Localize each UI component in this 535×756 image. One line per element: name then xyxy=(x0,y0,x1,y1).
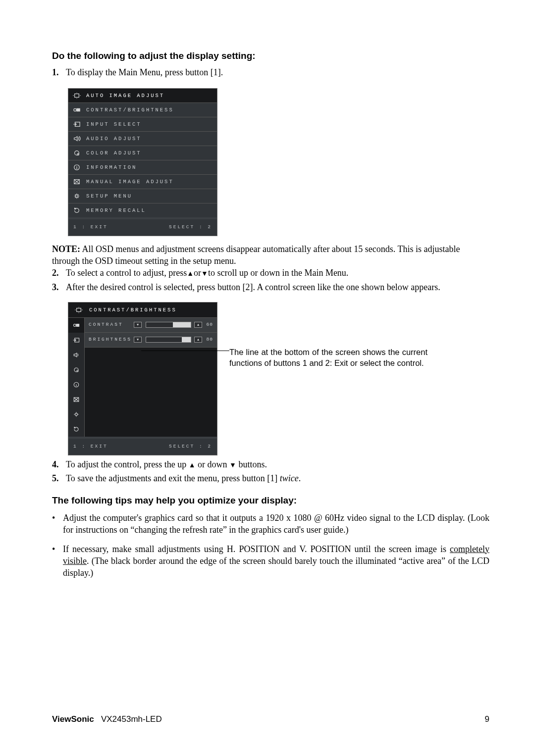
step-1-text: To display the Main Menu, press button [… xyxy=(66,66,489,78)
info-icon xyxy=(71,163,82,171)
svg-point-10 xyxy=(73,324,76,327)
osd2-row-brightness: BRIGHTNESS ▼ ▲ 80 xyxy=(85,333,217,348)
svg-point-8 xyxy=(75,195,78,197)
step-2-text: To select a control to adjust, pressorto… xyxy=(66,267,489,279)
svg-rect-9 xyxy=(77,308,81,311)
osd-item-information: INFORMATION xyxy=(68,160,217,174)
osd-item-label: COLOR ADJUST xyxy=(86,150,142,156)
osd-item-color-adjust: COLOR ADJUST xyxy=(68,146,217,160)
step-3-num: 3. xyxy=(52,281,66,293)
brightness-slider xyxy=(146,337,191,343)
auto-image-adjust-icon xyxy=(71,92,82,100)
up-button-icon: ▲ xyxy=(194,337,202,343)
svg-point-14 xyxy=(77,370,78,372)
svg-rect-0 xyxy=(75,94,79,97)
svg-rect-2 xyxy=(77,108,80,111)
input-select-icon xyxy=(71,120,82,128)
gear-icon xyxy=(71,192,82,200)
up-arrow-icon xyxy=(189,459,196,469)
osd-footer: 1 : EXIT SELECT : 2 xyxy=(68,217,217,236)
osd-item-contrast-brightness: CONTRAST/BRIGHTNESS xyxy=(68,102,217,117)
page-footer: ViewSonic VX2453mh-LED 9 xyxy=(52,714,489,725)
step-4-text: To adjust the control, press the up or d… xyxy=(66,458,489,470)
audio-icon xyxy=(68,348,84,362)
info-icon xyxy=(68,377,84,392)
step-1-num: 1. xyxy=(52,66,66,78)
tip-2-text: If necessary, make small adjustments usi… xyxy=(63,543,489,579)
tip-2: • If necessary, make small adjustments u… xyxy=(52,543,489,579)
down-arrow-icon xyxy=(201,268,208,278)
osd-item-label: INFORMATION xyxy=(86,164,137,171)
svg-point-13 xyxy=(74,368,78,372)
manual-adjust-icon xyxy=(68,392,84,407)
svg-rect-11 xyxy=(76,324,79,327)
up-arrow-icon xyxy=(187,268,194,278)
svg-point-5 xyxy=(77,153,79,155)
step-4: 4. To adjust the control, press the up o… xyxy=(52,458,489,470)
tip-1-text: Adjust the computer's graphics card so t… xyxy=(63,512,489,536)
osd2-title-row: CONTRAST/BRIGHTNESS xyxy=(68,302,217,318)
auto-image-adjust-icon xyxy=(72,306,85,314)
step-2: 2. To select a control to adjust, presso… xyxy=(52,267,489,279)
osd-item-memory-recall: MEMORY RECALL xyxy=(68,203,217,217)
note-label: NOTE: xyxy=(52,244,80,254)
osd2-footer-left: 1 : EXIT xyxy=(73,444,108,450)
contrast-slider xyxy=(146,322,191,328)
step-5-num: 5. xyxy=(52,472,66,484)
manual-adjust-icon xyxy=(71,178,82,186)
callout-leader-line xyxy=(141,351,229,351)
up-button-icon: ▲ xyxy=(194,322,202,328)
osd-item-label: AUDIO ADJUST xyxy=(86,135,142,142)
osd2-row-label: CONTRAST xyxy=(89,322,134,328)
step-5-text: To save the adjustments and exit the men… xyxy=(66,472,489,484)
recall-icon xyxy=(71,206,82,214)
osd-item-auto-image-adjust: AUTO IMAGE ADJUST xyxy=(68,89,217,102)
color-adjust-icon xyxy=(68,362,84,377)
osd-item-audio-adjust: AUDIO ADJUST xyxy=(68,131,217,146)
step-3: 3. After the desired control is selected… xyxy=(52,281,489,293)
footer-model: VX2453mh-LED xyxy=(101,714,162,724)
svg-point-1 xyxy=(74,108,76,111)
down-arrow-icon xyxy=(229,459,236,469)
step-4-num: 4. xyxy=(52,458,66,470)
bullet-icon: • xyxy=(52,512,63,536)
step-5: 5. To save the adjustments and exit the … xyxy=(52,472,489,484)
note-text: NOTE: All OSD menus and adjustment scree… xyxy=(52,243,489,267)
svg-point-4 xyxy=(75,151,79,155)
osd-item-label: INPUT SELECT xyxy=(86,121,142,128)
osd-footer-left: 1 : EXIT xyxy=(73,224,108,231)
osd2-icon-column xyxy=(68,318,85,437)
down-button-icon: ▼ xyxy=(134,322,142,328)
osd2-footer: 1 : EXIT SELECT : 2 xyxy=(68,437,217,455)
osd-item-label: CONTRAST/BRIGHTNESS xyxy=(86,106,174,113)
down-button-icon: ▼ xyxy=(134,337,142,343)
gear-icon xyxy=(68,407,84,422)
osd-item-setup-menu: SETUP MENU xyxy=(68,189,217,203)
osd-item-label: MEMORY RECALL xyxy=(86,207,146,214)
tips-heading: The following tips may help you optimize… xyxy=(52,494,489,507)
contrast-value: 60 xyxy=(203,322,213,328)
step-3-text: After the desired control is selected, p… xyxy=(66,281,489,293)
input-select-icon xyxy=(68,333,84,348)
osd-footer-right: SELECT : 2 xyxy=(169,224,212,231)
osd-item-label: MANUAL IMAGE ADJUST xyxy=(86,178,174,185)
osd-item-input-select: INPUT SELECT xyxy=(68,117,217,131)
osd2-title-label: CONTRAST/BRIGHTNESS xyxy=(89,306,177,313)
osd-main-menu: AUTO IMAGE ADJUST CONTRAST/BRIGHTNESS IN… xyxy=(68,88,217,236)
bullet-icon: • xyxy=(52,543,63,579)
osd2-row-label: BRIGHTNESS xyxy=(89,337,134,343)
osd2-row-contrast: CONTRAST ▼ ▲ 60 xyxy=(85,318,217,333)
step-2-num: 2. xyxy=(52,267,66,279)
brightness-value: 80 xyxy=(203,337,213,343)
svg-point-17 xyxy=(75,413,78,416)
osd-item-label: AUTO IMAGE ADJUST xyxy=(86,92,164,99)
contrast-icon xyxy=(68,318,84,333)
step-1: 1. To display the Main Menu, press butto… xyxy=(52,66,489,78)
osd2-empty-area xyxy=(85,348,217,437)
audio-icon xyxy=(71,135,82,143)
osd-item-label: SETUP MENU xyxy=(86,193,132,200)
osd-item-manual-image-adjust: MANUAL IMAGE ADJUST xyxy=(68,174,217,189)
page-number: 9 xyxy=(485,714,489,725)
heading-main: Do the following to adjust the display s… xyxy=(52,50,489,62)
contrast-icon xyxy=(71,106,82,114)
